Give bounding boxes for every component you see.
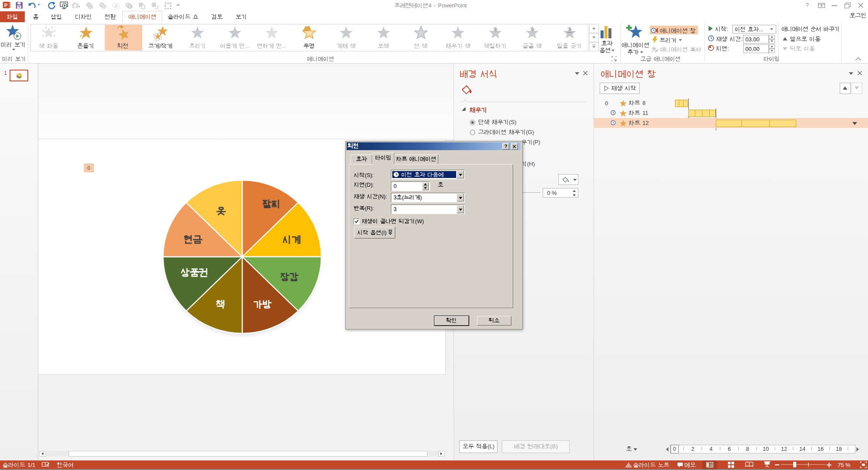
svg-text:(I): (I) (381, 229, 387, 235)
svg-text:(S):: (S): (365, 172, 374, 178)
svg-text:...: ... (759, 26, 763, 32)
svg-text:P: P (4, 3, 7, 8)
svg-text:(D):: (D): (365, 182, 374, 188)
svg-text:(H): (H) (527, 161, 535, 167)
svg-text:1/1: 1/1 (27, 461, 35, 468)
svg-text:(P): (P) (533, 139, 540, 145)
svg-text:...: ... (245, 42, 250, 49)
svg-text:11: 11 (642, 110, 648, 116)
svg-text:(S): (S) (509, 119, 516, 125)
svg-text:3: 3 (394, 194, 397, 200)
svg-text:-: - (434, 2, 435, 9)
svg-text:?: ? (806, 2, 809, 8)
svg-text:4: 4 (428, 2, 431, 9)
svg-text::: : (727, 26, 728, 32)
svg-text:(L): (L) (487, 443, 494, 450)
svg-text:...: ... (282, 42, 287, 49)
svg-text:): ) (420, 194, 422, 200)
svg-text::: : (741, 35, 743, 42)
svg-text:(N):: (N): (378, 193, 387, 199)
svg-text:12: 12 (642, 120, 648, 126)
svg-text:PowerPoint: PowerPoint (438, 2, 467, 9)
svg-text:(R):: (R): (365, 205, 374, 211)
svg-text:1: 1 (4, 70, 7, 76)
svg-text:(G): (G) (526, 129, 534, 135)
svg-text::: : (728, 45, 729, 51)
svg-text:8: 8 (642, 100, 645, 106)
svg-text:(W): (W) (415, 218, 424, 224)
svg-text:(B): (B) (550, 443, 558, 450)
svg-text:(: ( (402, 194, 404, 200)
svg-text:/: / (160, 42, 161, 49)
